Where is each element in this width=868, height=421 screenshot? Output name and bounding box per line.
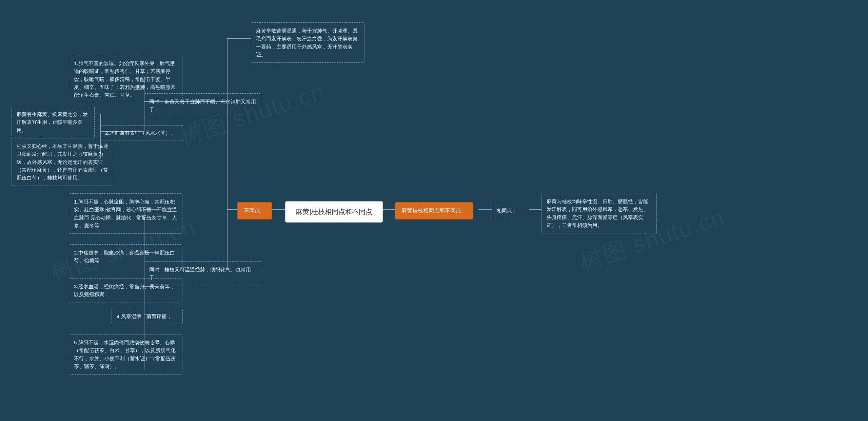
left-b3c3[interactable]: 3.经寒血滞，经闭痛经，常当归、吴茱萸等，以及癥瘕积聚； <box>69 278 182 303</box>
left-b2c1[interactable]: 1.肺气不宣的咳喘。如治疗风寒外束，肺气壅遏的咳喘证，常配伍杏仁、甘草；若寒痰停… <box>69 55 182 103</box>
left-b3c1[interactable]: 1.胸阳不振，心脉瘀阻，胸痹心痛，常配伍枳实、薤白医学|教育网；若心阳不振，不能… <box>69 193 182 234</box>
left-b3c4[interactable]: 4.风寒湿痹，肩臂疼痛； <box>112 309 183 324</box>
left-b3c5[interactable]: 5.脾阳不运，水湿内停而致痰饮病眩晕、心悸（常配伍茯苓、白术、甘草），以及膀胱气… <box>69 334 182 375</box>
left-b3c2[interactable]: 2.中焦虚寒，脘腹冷痛，喜温喜按，常配伍白芍、饴糖等； <box>69 244 182 269</box>
right-level1[interactable]: 麻黄桂枝相同点和不同点： <box>395 202 473 219</box>
left-b1[interactable]: 麻黄辛散苦泄温通，善于宣肺气、开腠理、透毛窍而发汗解表，发汗之力强，为发汗解表第… <box>251 22 364 63</box>
root-node[interactable]: 麻黄|桂枝相同点和不同点 <box>285 201 383 223</box>
left-b2c2b[interactable]: 桂枝又归心经，本品辛甘温煦，善于温通卫阳而发汗解肌，其发汗之力较麻黄为缓，故外感… <box>12 138 113 186</box>
left-b2c2a[interactable]: 麻黄有生麻黄、炙麻黄之分，发汗解表宜生用，止咳平喘多炙用。 <box>12 106 95 138</box>
left-level1[interactable]: 不同点： <box>237 202 272 219</box>
right-level3-text[interactable]: 麻黄与桂枝均味辛性温，归肺、膀胱经，皆能发汗解表，同可用治外感风寒，恶寒、发热、… <box>541 193 657 233</box>
right-level2[interactable]: 相同点： <box>492 203 522 218</box>
mindmap-stage: 树图 shutu.cn 树图 shutu.cn 树图 shutu.cn <box>0 0 868 421</box>
